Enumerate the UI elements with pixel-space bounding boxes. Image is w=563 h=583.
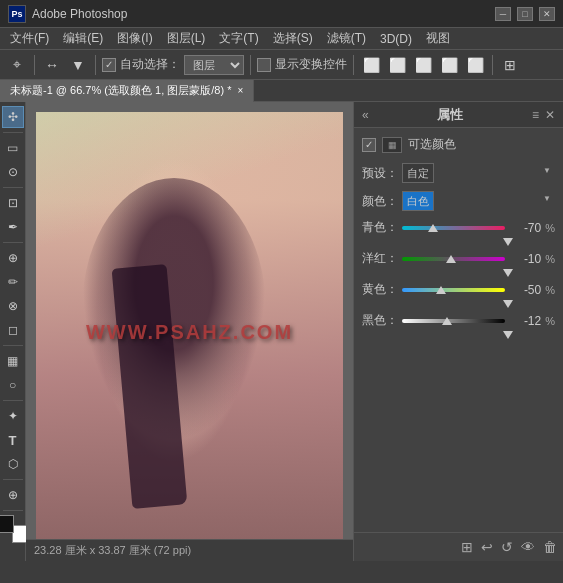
ps-icon: Ps bbox=[8, 5, 26, 23]
yellow-pct: % bbox=[545, 284, 555, 296]
tool-sep3 bbox=[3, 242, 23, 243]
yellow-thumb[interactable] bbox=[436, 286, 446, 294]
menu-select[interactable]: 选择(S) bbox=[267, 28, 319, 49]
menu-3d[interactable]: 3D(D) bbox=[374, 30, 418, 48]
black-slider-group: 黑色： -12 % bbox=[362, 312, 555, 343]
props-collapse-icon[interactable]: « bbox=[362, 108, 369, 122]
yellow-slider-group: 黄色： -50 % bbox=[362, 281, 555, 312]
props-delete-icon[interactable]: 🗑 bbox=[543, 539, 557, 555]
move-tool-btn[interactable]: ⌖ bbox=[6, 54, 28, 76]
active-tab[interactable]: 未标题-1 @ 66.7% (选取颜色 1, 图层蒙版/8) * × bbox=[0, 80, 254, 102]
cyan-marker-row bbox=[402, 238, 513, 250]
tool-select-rect[interactable]: ▭ bbox=[2, 137, 24, 159]
restore-button[interactable]: □ bbox=[517, 7, 533, 21]
menu-filter[interactable]: 滤镜(T) bbox=[321, 28, 372, 49]
tool-text[interactable]: T bbox=[2, 429, 24, 451]
tool-pen[interactable]: ✦ bbox=[2, 405, 24, 427]
menu-layer[interactable]: 图层(L) bbox=[161, 28, 212, 49]
props-add-icon[interactable]: ⊞ bbox=[461, 539, 473, 555]
canvas-bg: WWW.PSAHZ.COM bbox=[36, 112, 343, 551]
black-track bbox=[402, 319, 505, 323]
tool-sep2 bbox=[3, 187, 23, 188]
cyan-slider-row: 青色： -70 % bbox=[362, 219, 555, 236]
black-thumb[interactable] bbox=[442, 317, 452, 325]
magenta-track-wrap[interactable] bbox=[402, 252, 505, 266]
yellow-slider-row: 黄色： -50 % bbox=[362, 281, 555, 298]
arrow-tool-btn[interactable]: ↔ bbox=[41, 54, 63, 76]
foreground-color-box[interactable] bbox=[0, 515, 14, 533]
auto-select-dropdown[interactable]: 图层 bbox=[184, 55, 244, 75]
show-transform-checkbox[interactable] bbox=[257, 58, 271, 72]
props-visibility-icon[interactable]: 👁 bbox=[521, 539, 535, 555]
props-title: 属性 bbox=[437, 106, 463, 124]
black-pct: % bbox=[545, 315, 555, 327]
extra-btn[interactable]: ⊞ bbox=[499, 54, 521, 76]
tool-zoom[interactable]: ⊕ bbox=[2, 484, 24, 506]
tool-move[interactable]: ✣ bbox=[2, 106, 24, 128]
sc-visibility-checkbox[interactable] bbox=[362, 138, 376, 152]
menu-edit[interactable]: 编辑(E) bbox=[57, 28, 109, 49]
minimize-button[interactable]: ─ bbox=[495, 7, 511, 21]
close-button[interactable]: ✕ bbox=[539, 7, 555, 21]
cyan-slider-group: 青色： -70 % bbox=[362, 219, 555, 250]
toolbar-separator2 bbox=[95, 55, 96, 75]
tool-crop[interactable]: ⊡ bbox=[2, 192, 24, 214]
title-bar: Ps Adobe Photoshop ─ □ ✕ bbox=[0, 0, 563, 28]
props-menu-icon[interactable]: ≡ bbox=[532, 108, 539, 122]
tool-brush[interactable]: ✏ bbox=[2, 271, 24, 293]
black-track-wrap[interactable] bbox=[402, 314, 505, 328]
status-text: 23.28 厘米 x 33.87 厘米 (72 ppi) bbox=[34, 543, 191, 558]
color-row: 颜色： 白色 bbox=[362, 191, 555, 211]
tool-eraser[interactable]: ◻ bbox=[2, 319, 24, 341]
black-label: 黑色： bbox=[362, 312, 398, 329]
tool-eyedrop[interactable]: ✒ bbox=[2, 216, 24, 238]
color-label: 颜色： bbox=[362, 193, 402, 210]
tab-close-button[interactable]: × bbox=[237, 85, 243, 96]
magenta-thumb[interactable] bbox=[446, 255, 456, 263]
menu-image[interactable]: 图像(I) bbox=[111, 28, 158, 49]
props-undo-icon[interactable]: ↩ bbox=[481, 539, 493, 555]
tab-label: 未标题-1 @ 66.7% (选取颜色 1, 图层蒙版/8) * bbox=[10, 83, 231, 98]
align-btn4[interactable]: ⬜ bbox=[438, 54, 460, 76]
color-select[interactable]: 白色 bbox=[402, 191, 434, 211]
black-value: -12 bbox=[509, 314, 541, 328]
align-btn2[interactable]: ⬜ bbox=[386, 54, 408, 76]
show-transform-label: 显示变换控件 bbox=[275, 56, 347, 73]
menu-text[interactable]: 文字(T) bbox=[213, 28, 264, 49]
props-bottom-bar: ⊞ ↩ ↺ 👁 🗑 bbox=[354, 532, 563, 561]
tool-stamp[interactable]: ⊗ bbox=[2, 295, 24, 317]
toolbar-separator bbox=[34, 55, 35, 75]
align-left-btn[interactable]: ⬜ bbox=[360, 54, 382, 76]
tool-sep6 bbox=[3, 479, 23, 480]
tool-lasso[interactable]: ⊙ bbox=[2, 161, 24, 183]
props-redo-icon[interactable]: ↺ bbox=[501, 539, 513, 555]
color-select-wrap: 白色 bbox=[402, 191, 555, 211]
black-marker-row bbox=[402, 331, 513, 343]
props-body: ▦ 可选颜色 预设： 自定 颜色： 白色 bbox=[354, 128, 563, 351]
tool-gradient[interactable]: ▦ bbox=[2, 350, 24, 372]
main-area: ✣ ▭ ⊙ ⊡ ✒ ⊕ ✏ ⊗ ◻ ▦ ○ ✦ T ⬡ ⊕ bbox=[0, 102, 563, 561]
properties-panel: « 属性 ≡ ✕ ▦ 可选颜色 预设： 自定 bbox=[353, 102, 563, 561]
auto-select-label: 自动选择： bbox=[120, 56, 180, 73]
tool-dodge[interactable]: ○ bbox=[2, 374, 24, 396]
magenta-track bbox=[402, 257, 505, 261]
auto-select-checkbox[interactable] bbox=[102, 58, 116, 72]
arrow-down-btn[interactable]: ▼ bbox=[67, 54, 89, 76]
cyan-thumb[interactable] bbox=[428, 224, 438, 232]
tool-patch[interactable]: ⊕ bbox=[2, 247, 24, 269]
tool-shape[interactable]: ⬡ bbox=[2, 453, 24, 475]
align-btn3[interactable]: ⬜ bbox=[412, 54, 434, 76]
props-header: « 属性 ≡ ✕ bbox=[354, 102, 563, 128]
cyan-track-wrap[interactable] bbox=[402, 221, 505, 235]
preset-select[interactable]: 自定 bbox=[402, 163, 434, 183]
yellow-label: 黄色： bbox=[362, 281, 398, 298]
menu-view[interactable]: 视图 bbox=[420, 28, 456, 49]
props-close-icon[interactable]: ✕ bbox=[545, 108, 555, 122]
menu-file[interactable]: 文件(F) bbox=[4, 28, 55, 49]
window-controls: ─ □ ✕ bbox=[495, 7, 555, 21]
black-marker bbox=[503, 331, 513, 339]
cyan-pct: % bbox=[545, 222, 555, 234]
yellow-track-wrap[interactable] bbox=[402, 283, 505, 297]
toolbar: ⌖ ↔ ▼ 自动选择： 图层 显示变换控件 ⬜ ⬜ ⬜ ⬜ ⬜ ⊞ bbox=[0, 50, 563, 80]
align-btn5[interactable]: ⬜ bbox=[464, 54, 486, 76]
